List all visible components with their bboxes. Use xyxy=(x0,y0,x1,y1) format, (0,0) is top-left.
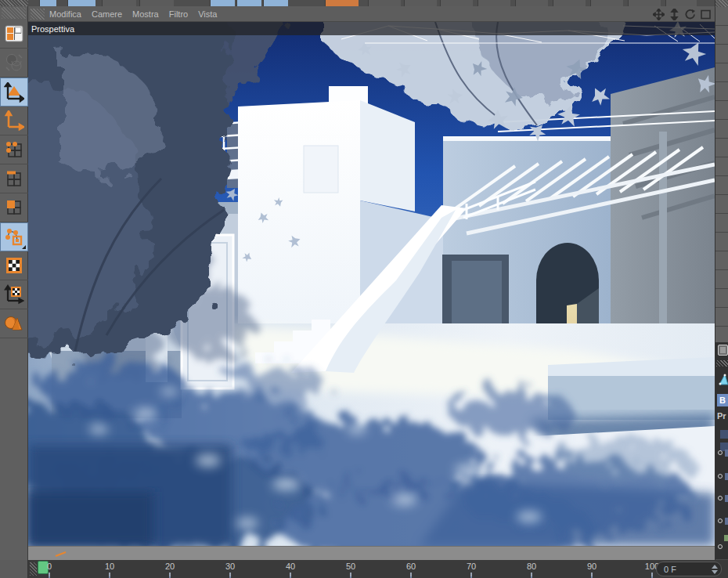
right-panel-clipped: B Pr xyxy=(715,0,728,578)
toolbar-remnant xyxy=(590,0,623,6)
option-bullet[interactable] xyxy=(718,496,723,500)
menu-mostra[interactable]: Mostra xyxy=(132,9,159,19)
palette-cell[interactable] xyxy=(715,26,728,45)
palette-cell[interactable] xyxy=(715,308,728,327)
flyout-indicator xyxy=(22,245,26,249)
option-bullet[interactable] xyxy=(718,474,723,479)
texture-axis-mode-icon[interactable] xyxy=(0,280,28,309)
dolly-icon[interactable] xyxy=(669,9,680,20)
timeline-frame-label: 90 xyxy=(587,562,596,571)
object-mode-icon[interactable] xyxy=(0,222,28,251)
frame-spinner[interactable] xyxy=(712,565,721,574)
panel-drag-handle[interactable] xyxy=(716,360,728,367)
menu-items: ModificaCamereMostraFiltroVista xyxy=(49,9,227,19)
rotate-icon[interactable] xyxy=(684,9,696,20)
viewport-menubar: ModificaCamereMostraFiltroVista xyxy=(28,6,715,22)
pan-icon[interactable] xyxy=(653,9,665,20)
panel-drag-handle[interactable] xyxy=(715,0,728,7)
toolbar-remnant xyxy=(515,0,548,6)
palette-cell[interactable] xyxy=(715,63,728,82)
timeline-frame-label: 50 xyxy=(346,562,355,571)
panel-icon[interactable] xyxy=(718,345,728,356)
field-fragment xyxy=(725,473,728,480)
option-bullet[interactable] xyxy=(718,518,723,523)
timeline-frame-label: 70 xyxy=(467,562,476,571)
axis-indicator-icon xyxy=(55,551,67,557)
field-fragment xyxy=(720,430,728,439)
viewport-controls xyxy=(653,6,712,22)
palette-cell[interactable] xyxy=(715,214,728,233)
timeline-frame-label: 60 xyxy=(406,562,416,571)
toolbar-remnant xyxy=(210,0,235,6)
texture-mode-icon[interactable] xyxy=(0,251,28,280)
option-bullet[interactable] xyxy=(718,450,723,455)
rendered-scene[interactable]: Prospettiva xyxy=(28,22,715,546)
viewport-title-bar[interactable]: Prospettiva xyxy=(28,22,715,35)
field-fragment xyxy=(725,495,728,502)
toolbar-remnant xyxy=(67,0,96,6)
color-swatch-fragment xyxy=(724,535,728,541)
toolbar-remnant xyxy=(236,0,261,6)
perspective-viewport[interactable]: Prospettiva xyxy=(28,22,715,560)
spinner-up-icon[interactable] xyxy=(712,565,718,569)
animation-mode-icon[interactable] xyxy=(0,309,28,338)
axis-mode-icon[interactable] xyxy=(0,107,28,135)
toolbar-remnant xyxy=(39,0,56,6)
mode-toolbar xyxy=(0,6,28,578)
tab-basic[interactable]: B xyxy=(717,394,728,406)
palette-cell[interactable] xyxy=(715,289,728,308)
palette-cell[interactable] xyxy=(715,195,728,214)
field-fragment xyxy=(725,518,728,525)
toolbar-drag-handle[interactable] xyxy=(2,7,26,19)
toolbar-remnant xyxy=(665,0,697,6)
timeline-frame-label: 0 xyxy=(47,562,52,571)
menu-camere[interactable]: Camere xyxy=(92,9,122,19)
spinner-down-icon[interactable] xyxy=(712,570,718,574)
cinema4d-window: ModificaCamereMostraFiltroVista xyxy=(0,0,728,578)
menu-modifica[interactable]: Modifica xyxy=(49,9,81,19)
palette-cell[interactable] xyxy=(715,270,728,289)
toolbar-remnant xyxy=(440,0,473,6)
current-frame-field[interactable]: 0 F xyxy=(656,562,722,576)
model-mode-icon[interactable] xyxy=(0,78,28,107)
palette-cell[interactable] xyxy=(715,101,728,120)
palette-cell[interactable] xyxy=(715,233,728,251)
palette-cell[interactable] xyxy=(715,82,728,101)
palette-cell[interactable] xyxy=(715,157,728,176)
timeline-frame-label: 20 xyxy=(165,562,175,571)
toolbar-remnant xyxy=(553,0,586,6)
frame-value: 0 F xyxy=(657,565,712,574)
toolbar-remnant xyxy=(102,0,136,6)
palette-cell[interactable] xyxy=(715,176,728,195)
menu-filtro[interactable]: Filtro xyxy=(169,9,188,19)
palette-cell[interactable] xyxy=(715,120,728,139)
menu-vista[interactable]: Vista xyxy=(198,9,217,19)
palette-cell[interactable] xyxy=(715,251,728,270)
palette-cell[interactable] xyxy=(715,139,728,157)
field-fragment xyxy=(725,450,728,457)
toolbar-remnant xyxy=(628,0,661,6)
timeline-frame-label: 30 xyxy=(225,562,235,571)
option-bullet[interactable] xyxy=(718,544,723,549)
point-mode-icon[interactable] xyxy=(0,135,28,164)
layout-icon[interactable] xyxy=(0,20,28,49)
timeline-left-spacer xyxy=(0,560,28,578)
polygon-mode-icon[interactable] xyxy=(0,193,28,222)
menubar-drag-handle[interactable] xyxy=(31,9,45,20)
palette-column xyxy=(715,7,728,342)
timeline-frame-label: 80 xyxy=(527,562,536,571)
world-mode-icon-disabled xyxy=(0,49,28,78)
toolbar-remnant xyxy=(263,0,288,6)
cone-object-icon[interactable] xyxy=(718,374,728,386)
toolbar-remnant xyxy=(478,0,510,6)
properties-label: Pr xyxy=(717,411,726,421)
timeline[interactable]: 0102030405060708090100 0 F xyxy=(0,560,728,578)
toolbar-remnant xyxy=(139,0,174,6)
timeline-drag-handle[interactable] xyxy=(30,562,37,576)
palette-cell[interactable] xyxy=(715,45,728,63)
palette-cell[interactable] xyxy=(715,7,728,26)
toolbar-remnant xyxy=(404,0,437,6)
maximize-icon[interactable] xyxy=(700,9,712,20)
top-toolbar-clipped xyxy=(0,0,728,6)
edge-mode-icon[interactable] xyxy=(0,164,28,193)
